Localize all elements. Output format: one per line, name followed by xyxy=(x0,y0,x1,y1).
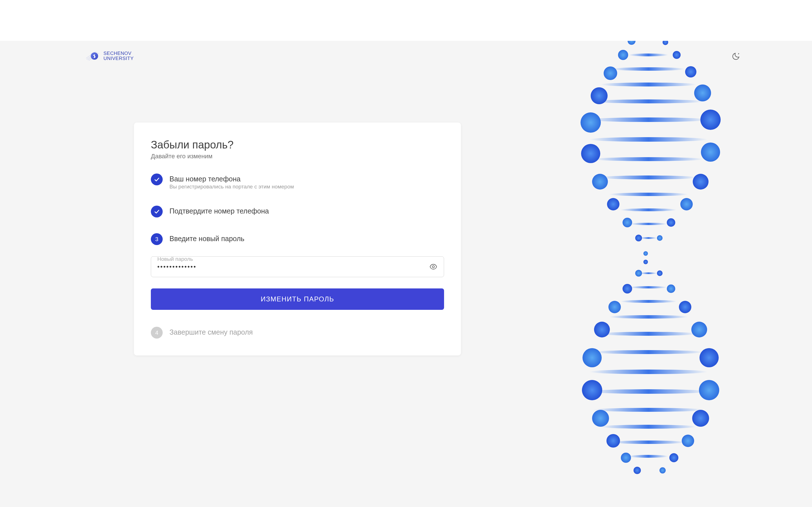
svg-point-37 xyxy=(581,144,600,163)
step-3-title: Введите новый пароль xyxy=(169,234,444,243)
svg-point-49 xyxy=(635,270,642,277)
svg-point-68 xyxy=(659,467,666,473)
svg-point-10 xyxy=(601,175,696,179)
toggle-password-visibility-button[interactable] xyxy=(429,263,438,271)
svg-point-62 xyxy=(692,410,709,427)
svg-point-35 xyxy=(580,112,601,133)
svg-point-16 xyxy=(630,286,667,288)
step-2-title: Подтвердите номер телефона xyxy=(169,207,444,215)
step-3-number: 3 xyxy=(155,236,158,242)
svg-point-56 xyxy=(691,322,707,337)
step-3-body: Введите новый пароль xyxy=(169,233,444,243)
svg-point-26 xyxy=(629,455,668,458)
svg-point-43 xyxy=(622,218,632,227)
svg-point-65 xyxy=(621,453,631,463)
svg-point-52 xyxy=(667,284,675,293)
svg-point-18 xyxy=(609,315,688,319)
logo[interactable]: SECHENOV UNIVERSITY xyxy=(86,51,134,61)
step-4-body: Завершите смену пароля xyxy=(169,327,444,336)
step-1-body: Ваш номер телефона Вы регистрировались н… xyxy=(169,173,444,190)
step-1-subtitle: Вы регистрировались на портале с этим но… xyxy=(169,184,444,190)
svg-point-5 xyxy=(601,82,696,87)
svg-point-58 xyxy=(700,348,719,367)
step-2-marker-check-icon xyxy=(151,206,163,217)
theme-toggle-button[interactable] xyxy=(731,51,742,61)
step-1-marker-check-icon xyxy=(151,173,163,185)
svg-point-14 xyxy=(640,237,657,239)
svg-point-4 xyxy=(612,67,685,71)
svg-point-45 xyxy=(635,235,642,241)
moon-icon xyxy=(732,52,741,60)
svg-point-20 xyxy=(594,350,703,354)
svg-point-21 xyxy=(589,370,708,374)
logo-text: SECHENOV UNIVERSITY xyxy=(103,51,134,61)
step-4: 4 Завершите смену пароля xyxy=(151,327,444,339)
step-4-title: Завершите смену пароля xyxy=(169,328,444,336)
svg-point-38 xyxy=(701,143,720,162)
svg-point-23 xyxy=(594,408,703,412)
svg-point-60 xyxy=(699,380,719,400)
svg-point-13 xyxy=(630,223,667,225)
logo-mark-icon xyxy=(86,51,101,61)
page-main: SECHENOV UNIVERSITY Забыли пароль? Давай… xyxy=(0,41,812,507)
svg-point-44 xyxy=(667,218,675,227)
reset-password-card: Забыли пароль? Давайте его изменим Ваш н… xyxy=(134,122,461,355)
new-password-field-wrap[interactable]: Новый пароль xyxy=(151,256,444,277)
svg-point-51 xyxy=(622,284,632,293)
svg-point-40 xyxy=(693,174,709,189)
svg-point-11 xyxy=(609,193,688,196)
eye-icon xyxy=(429,263,437,271)
svg-point-17 xyxy=(620,300,677,303)
step-3-content: Новый пароль ИЗМЕНИТЬ ПАРОЛЬ xyxy=(151,256,444,310)
step-1: Ваш номер телефона Вы регистрировались н… xyxy=(151,173,444,190)
svg-point-48 xyxy=(644,260,648,264)
svg-point-67 xyxy=(633,467,641,474)
svg-point-55 xyxy=(594,322,610,337)
step-2: Подтвердите номер телефона xyxy=(151,206,444,217)
step-3-marker: 3 xyxy=(151,233,163,245)
svg-point-61 xyxy=(592,410,609,427)
svg-point-54 xyxy=(679,301,691,313)
change-password-button[interactable]: ИЗМЕНИТЬ ПАРОЛЬ xyxy=(151,288,444,310)
svg-point-41 xyxy=(607,198,619,210)
step-4-marker: 4 xyxy=(151,327,163,339)
svg-point-6 xyxy=(594,100,703,103)
svg-point-42 xyxy=(680,198,693,210)
svg-point-12 xyxy=(620,209,677,211)
svg-point-24 xyxy=(601,425,696,429)
header: SECHENOV UNIVERSITY xyxy=(0,51,812,61)
svg-point-2 xyxy=(432,266,434,268)
svg-point-31 xyxy=(604,66,617,80)
step-2-body: Подтвердите номер телефона xyxy=(169,206,444,215)
svg-point-32 xyxy=(685,66,696,77)
svg-point-36 xyxy=(700,110,721,130)
svg-point-46 xyxy=(657,235,663,241)
step-1-title: Ваш номер телефона xyxy=(169,175,444,183)
svg-point-7 xyxy=(589,117,708,122)
browser-chrome-placeholder xyxy=(0,0,812,41)
svg-point-22 xyxy=(589,389,708,394)
svg-point-63 xyxy=(606,434,620,448)
step-3: 3 Введите новый пароль xyxy=(151,233,444,245)
svg-point-28 xyxy=(663,41,668,45)
card-title: Забыли пароль? xyxy=(151,139,444,151)
step-4-number: 4 xyxy=(155,330,158,336)
svg-point-47 xyxy=(644,251,648,256)
svg-point-34 xyxy=(694,84,711,101)
svg-point-64 xyxy=(682,435,694,447)
dna-helix-illustration xyxy=(558,41,739,507)
new-password-input[interactable] xyxy=(157,263,438,270)
new-password-label: Новый пароль xyxy=(157,256,193,262)
svg-point-25 xyxy=(612,441,685,444)
svg-point-19 xyxy=(601,332,696,336)
svg-point-53 xyxy=(608,301,621,313)
svg-point-66 xyxy=(669,453,678,462)
svg-point-27 xyxy=(627,41,636,45)
svg-point-57 xyxy=(582,348,602,367)
logo-line2: UNIVERSITY xyxy=(103,56,134,61)
svg-point-59 xyxy=(582,380,602,400)
card-subtitle: Давайте его изменим xyxy=(151,153,444,160)
svg-point-8 xyxy=(589,137,708,142)
svg-point-9 xyxy=(594,157,703,161)
svg-point-39 xyxy=(592,174,608,189)
